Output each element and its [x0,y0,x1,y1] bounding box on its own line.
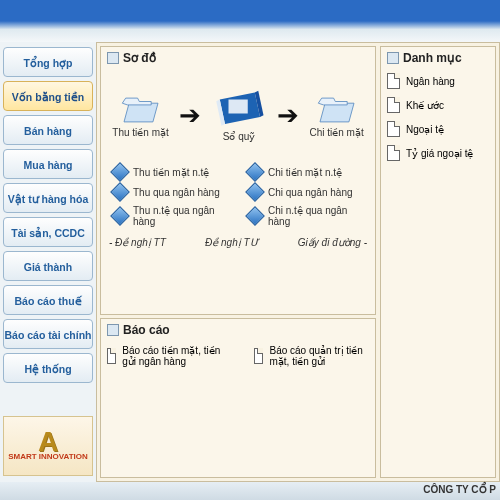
sidebar-item-banhang[interactable]: Bán hàng [3,115,93,145]
link-denghi-tt[interactable]: - Đề nghị TT [109,237,166,248]
content-area: Sơ đồ Thu tiền mặt ➔ [96,42,500,482]
folder-open-icon [120,93,162,127]
link-chi-nte[interactable]: Chi tiền mặt n.tệ [248,165,363,179]
diamond-icon [110,182,130,202]
flow-center-label: Sổ quỹ [223,131,256,142]
links-left: Thu tiền mặt n.tệ Thu qua ngân hàng Thu … [113,165,228,227]
status-bar: CÔNG TY CỔ P [0,482,500,500]
diamond-icon [110,162,130,182]
catalog-panel: Danh mục Ngân hàng Khế ước Ngoại tệ Tỷ g… [380,46,496,478]
catalog-title-text: Danh mục [403,51,462,65]
svg-marker-1 [122,98,151,105]
sidebar-item-vattu[interactable]: Vật tư hàng hóa [3,183,93,213]
document-icon [107,348,116,364]
main-layout: Tổng hợp Vốn bằng tiền Bán hàng Mua hàng… [0,42,500,482]
diagram-icon [107,52,119,64]
link-grid: Thu tiền mặt n.tệ Thu qua ngân hàng Thu … [107,161,369,231]
document-icon [387,73,400,89]
links-right: Chi tiền mặt n.tệ Chi qua ngân hàng Chi … [248,165,363,227]
document-icon [387,97,400,113]
flow-chi-tien-mat[interactable]: Chi tiền mặt [309,93,363,138]
catalog-item-kheuoc[interactable]: Khế ước [387,93,489,117]
sidebar-item-tonghop[interactable]: Tổng hợp [3,47,93,77]
document-icon [387,145,400,161]
svg-marker-7 [318,98,347,105]
link-thu-nganhang[interactable]: Thu qua ngân hàng [113,185,228,199]
link-thu-nte[interactable]: Thu tiền mặt n.tệ [113,165,228,179]
flow-thu-tien-mat[interactable]: Thu tiền mặt [112,93,168,138]
report-item-tienmat[interactable]: Báo cáo tiền mặt, tiền gửi ngân hàng [107,345,230,367]
report-title-text: Báo cáo [123,323,170,337]
document-icon [387,121,400,137]
svg-rect-5 [229,99,248,113]
sidebar-item-hethong[interactable]: Hệ thống [3,353,93,383]
link-chi-nganhang[interactable]: Chi qua ngân hàng [248,185,363,199]
report-panel: Báo cáo Báo cáo tiền mặt, tiền gửi ngân … [100,318,376,478]
flow-so-quy[interactable]: Sổ quỹ [212,89,266,142]
folder-open-icon [316,93,358,127]
diamond-icon [110,206,130,226]
diamond-icon [245,162,265,182]
sidebar-item-giathanh[interactable]: Giá thành [3,251,93,281]
link-denghi-tu[interactable]: Đề nghị TƯ [205,237,259,248]
flow-row: Thu tiền mặt ➔ Sổ quỹ ➔ [107,69,369,161]
sidebar-item-baocaothue[interactable]: Báo cáo thuế [3,285,93,315]
document-icon [254,348,263,364]
logo-icon: A [38,432,58,452]
report-title: Báo cáo [107,323,369,337]
catalog-title: Danh mục [387,51,489,65]
sidebar-item-taisan[interactable]: Tài sản, CCDC [3,217,93,247]
flow-left-label: Thu tiền mặt [112,127,168,138]
catalog-item-ngoaite[interactable]: Ngoại tệ [387,117,489,141]
catalog-item-nganhang[interactable]: Ngân hàng [387,69,489,93]
svg-marker-0 [124,103,158,122]
link-giaydiduong[interactable]: Giấy đi đường - [298,237,367,248]
diagram-title: Sơ đồ [107,51,369,65]
sidebar-item-baocaotc[interactable]: Báo cáo tài chính [3,319,93,349]
flow-right-label: Chi tiền mặt [309,127,363,138]
title-bar [0,0,500,42]
catalog-icon [387,52,399,64]
diagram-title-text: Sơ đồ [123,51,156,65]
sidebar: Tổng hợp Vốn bằng tiền Bán hàng Mua hàng… [0,42,96,482]
content-left: Sơ đồ Thu tiền mặt ➔ [100,46,376,478]
diamond-icon [245,182,265,202]
svg-marker-6 [320,103,354,122]
sidebar-item-muahang[interactable]: Mua hàng [3,149,93,179]
diagram-panel: Sơ đồ Thu tiền mặt ➔ [100,46,376,315]
ledger-book-icon [212,89,266,131]
diamond-icon [245,206,265,226]
link-chi-nte-nganhang[interactable]: Chi n.tệ qua ngân hàng [248,205,363,227]
report-icon [107,324,119,336]
arrow-right-icon: ➔ [277,100,299,131]
sidebar-item-vonbangtien[interactable]: Vốn bằng tiền [3,81,93,111]
company-name: CÔNG TY CỔ P [423,484,496,495]
link-thu-nte-nganhang[interactable]: Thu n.tệ qua ngân hàng [113,205,228,227]
arrow-right-icon: ➔ [179,100,201,131]
catalog-item-tygia[interactable]: Tỷ giá ngoại tệ [387,141,489,165]
report-row: Báo cáo tiền mặt, tiền gửi ngân hàng Báo… [107,341,369,367]
report-item-quantri[interactable]: Báo cáo quản trị tiền mặt, tiền gửi [254,345,369,367]
logo: A SMART INNOVATION [3,416,93,476]
bottom-links: - Đề nghị TT Đề nghị TƯ Giấy đi đường - [107,231,369,250]
